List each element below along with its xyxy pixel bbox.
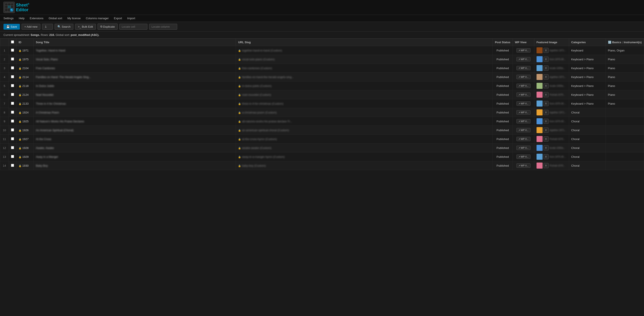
wp-view-button[interactable]: ↗ WP V... bbox=[516, 110, 530, 114]
col-header-categories[interactable]: Categories bbox=[569, 39, 606, 46]
row-url-slug[interactable]: 🔒 free-cantiones (Custom) bbox=[236, 64, 493, 73]
row-id[interactable]: 🔒 2133 bbox=[16, 99, 34, 108]
upload-button[interactable]: ⬆ bbox=[544, 145, 548, 150]
upload-button[interactable]: ⬆ bbox=[544, 136, 548, 141]
row-id[interactable]: 🔒 1927 bbox=[16, 135, 34, 143]
row-song-title[interactable]: Three in 4 for Christmas bbox=[34, 99, 236, 108]
row-instruments[interactable]: Piano bbox=[606, 90, 644, 99]
row-categories[interactable]: Choral bbox=[569, 161, 606, 170]
row-checkbox[interactable] bbox=[11, 58, 14, 61]
upload-button[interactable]: ⬆ bbox=[544, 92, 548, 97]
row-wp-view[interactable]: ↗ WP V... bbox=[512, 55, 534, 64]
row-categories[interactable]: Keyboard > Piano bbox=[569, 55, 606, 64]
row-id[interactable]: 🔒 2114 bbox=[16, 73, 34, 81]
duplicate-button[interactable]: ⧉ Duplicate bbox=[98, 24, 118, 30]
row-categories[interactable]: Choral bbox=[569, 126, 606, 135]
thumbnail[interactable] bbox=[536, 100, 542, 107]
row-id[interactable]: 🔒 1930 bbox=[16, 161, 34, 170]
wp-view-button[interactable]: ↗ WP V... bbox=[516, 84, 530, 88]
row-id[interactable]: 🔒 1926 bbox=[16, 126, 34, 135]
thumbnail[interactable] bbox=[536, 47, 542, 53]
row-instruments[interactable] bbox=[606, 161, 644, 170]
nav-global-sort[interactable]: Global sort bbox=[48, 16, 62, 21]
row-featured-image[interactable]: ⬆ locate-1000a... bbox=[534, 143, 569, 152]
row-featured-image[interactable]: ⬆ together-1971... bbox=[534, 73, 569, 81]
row-song-title[interactable]: Vocal Solo, Piano bbox=[34, 55, 236, 64]
row-categories[interactable]: Choral bbox=[569, 143, 606, 152]
row-featured-image[interactable]: ⬆ locate-1000a... bbox=[534, 64, 569, 73]
wp-view-button[interactable]: ↗ WP V... bbox=[516, 164, 530, 168]
row-instruments[interactable] bbox=[606, 117, 644, 126]
row-featured-image[interactable]: ⬆ Portrait-1070... bbox=[534, 161, 569, 170]
nav-help[interactable]: Help bbox=[19, 16, 24, 21]
row-checkbox[interactable] bbox=[11, 128, 14, 131]
row-url-slug[interactable]: 🔒 all-natures-works-his-praise-declare-T… bbox=[236, 117, 493, 126]
upload-button[interactable]: ⬆ bbox=[544, 66, 548, 71]
row-url-slug[interactable]: 🔒 away-in-a-manger-hymn (Custom) bbox=[236, 152, 493, 161]
row-url-slug[interactable]: 🔒 a-christmas-poem (Custom) bbox=[236, 108, 493, 117]
row-id[interactable]: 🔒 1928 bbox=[16, 143, 34, 152]
thumbnail[interactable] bbox=[536, 109, 542, 115]
upload-button[interactable]: ⬆ bbox=[544, 101, 548, 106]
row-checkbox[interactable] bbox=[11, 66, 14, 69]
row-instruments[interactable] bbox=[606, 135, 644, 143]
row-featured-image[interactable]: ⬆ together-1971... bbox=[534, 126, 569, 135]
row-id[interactable]: 🔒 1929 bbox=[16, 152, 34, 161]
row-url-slug[interactable]: 🔒 familles-on-hand-the-herald-angels-sin… bbox=[236, 73, 493, 81]
row-id[interactable]: 🔒 1924 bbox=[16, 108, 34, 117]
row-checkbox[interactable] bbox=[11, 75, 14, 78]
row-instruments[interactable]: Piano bbox=[606, 99, 644, 108]
wp-view-button[interactable]: ↗ WP V... bbox=[516, 48, 530, 53]
row-instruments[interactable]: Piano, Organ bbox=[606, 46, 644, 55]
row-song-title[interactable]: Awake, Awake bbox=[34, 143, 236, 152]
row-wp-view[interactable]: ↗ WP V... bbox=[512, 64, 534, 73]
row-wp-view[interactable]: ↗ WP V... bbox=[512, 46, 534, 55]
row-wp-view[interactable]: ↗ WP V... bbox=[512, 152, 534, 161]
row-featured-image[interactable]: ⬆ from-1975-000... bbox=[534, 117, 569, 126]
upload-button[interactable]: ⬆ bbox=[544, 127, 548, 133]
row-featured-image[interactable]: ⬆ from-1975-000... bbox=[534, 55, 569, 64]
row-song-title[interactable]: Baby Boy bbox=[34, 161, 236, 170]
row-wp-view[interactable]: ↗ WP V... bbox=[512, 126, 534, 135]
row-featured-image[interactable]: ⬆ Portrait-1070... bbox=[534, 90, 569, 99]
row-song-title[interactable]: All Nature's Works His Praise Declares bbox=[34, 117, 236, 126]
row-checkbox[interactable] bbox=[11, 137, 14, 140]
wp-view-button[interactable]: ↗ WP V... bbox=[516, 66, 530, 70]
wp-view-button[interactable]: ↗ WP V... bbox=[516, 101, 530, 106]
thumbnail[interactable] bbox=[536, 74, 542, 80]
row-url-slug[interactable]: 🔒 an-american-spiritual-choral (Custom) bbox=[236, 126, 493, 135]
col-header-song-title[interactable]: Song Title bbox=[34, 39, 236, 46]
row-categories[interactable]: Keyboard > Piano bbox=[569, 73, 606, 81]
row-categories[interactable]: Choral bbox=[569, 108, 606, 117]
row-featured-image[interactable]: ⬆ locate-1000a... bbox=[534, 81, 569, 90]
row-categories[interactable]: Keyboard > Piano bbox=[569, 81, 606, 90]
row-categories[interactable]: Keyboard bbox=[569, 46, 606, 55]
row-id[interactable]: 🔒 2118 bbox=[16, 81, 34, 90]
upload-button[interactable]: ⬆ bbox=[544, 119, 548, 124]
nav-columns-manager[interactable]: Columns manager bbox=[86, 16, 109, 21]
row-wp-view[interactable]: ↗ WP V... bbox=[512, 135, 534, 143]
col-header-post-status[interactable]: Post Status bbox=[493, 39, 513, 46]
row-song-title[interactable]: Free Cantiones bbox=[34, 64, 236, 73]
wp-view-button[interactable]: ↗ WP V... bbox=[516, 57, 530, 61]
wp-view-button[interactable]: ↗ WP V... bbox=[516, 146, 530, 150]
row-instruments[interactable] bbox=[606, 143, 644, 152]
col-header-featured-image[interactable]: Featured Image bbox=[534, 39, 569, 46]
row-instruments[interactable]: Piano bbox=[606, 64, 644, 73]
nav-extensions[interactable]: Extensions bbox=[30, 16, 44, 21]
col-header-url-slug[interactable]: URL Slug bbox=[236, 39, 493, 46]
thumbnail[interactable] bbox=[536, 65, 542, 71]
row-url-slug[interactable]: 🔒 together-hand-in-hand (Custom) bbox=[236, 46, 493, 55]
row-checkbox[interactable] bbox=[11, 155, 14, 158]
col-header-id[interactable]: ID bbox=[16, 39, 34, 46]
row-url-slug[interactable]: 🔒 baby-boy (Custom) bbox=[236, 161, 493, 170]
nav-my-license[interactable]: My license bbox=[67, 16, 80, 21]
thumbnail[interactable] bbox=[536, 154, 542, 160]
row-checkbox[interactable] bbox=[11, 111, 14, 114]
row-categories[interactable]: Choral bbox=[569, 117, 606, 126]
row-song-title[interactable]: In Dulce Jubilo bbox=[34, 81, 236, 90]
row-featured-image[interactable]: ⬆ together-1971... bbox=[534, 108, 569, 117]
row-instruments[interactable] bbox=[606, 152, 644, 161]
row-checkbox[interactable] bbox=[11, 164, 14, 167]
row-wp-view[interactable]: ↗ WP V... bbox=[512, 143, 534, 152]
